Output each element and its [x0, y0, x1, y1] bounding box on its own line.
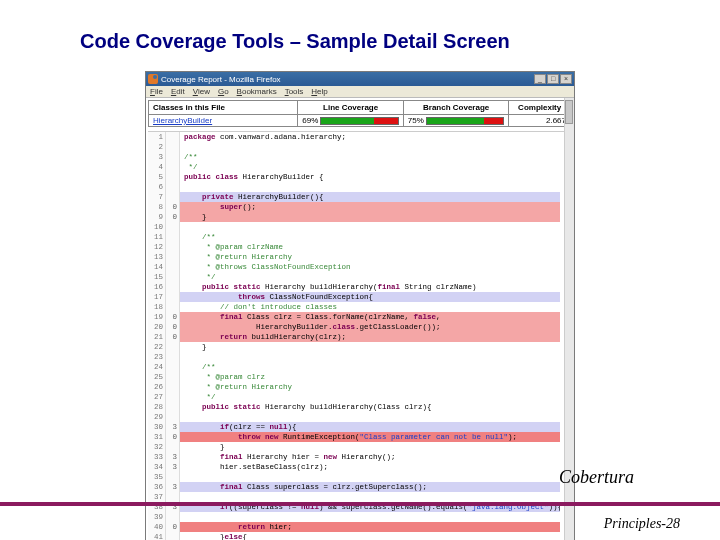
source-text: return hier; — [180, 522, 560, 532]
line-number: 17 — [148, 292, 166, 302]
code-line: 10 — [148, 222, 560, 232]
line-coverage-bar — [320, 117, 398, 125]
line-number: 18 — [148, 302, 166, 312]
code-line: 24 /** — [148, 362, 560, 372]
line-number: 15 — [148, 272, 166, 282]
source-text: * @return Hierarchy — [180, 382, 560, 392]
source-text: /** — [180, 152, 560, 162]
code-line: 37 — [148, 492, 560, 502]
code-line: 90 } — [148, 212, 560, 222]
source-text: final Class superclass = clrz.getSupercl… — [180, 482, 560, 492]
hit-count: 0 — [166, 312, 180, 322]
line-number: 16 — [148, 282, 166, 292]
source-text: final Hierarchy hier = new Hierarchy(); — [180, 452, 560, 462]
code-line: 32 } — [148, 442, 560, 452]
hit-count — [166, 262, 180, 272]
hit-count — [166, 392, 180, 402]
source-text — [180, 142, 560, 152]
hit-count — [166, 372, 180, 382]
code-line: 27 */ — [148, 392, 560, 402]
source-text: return buildHierarchy(clrz); — [180, 332, 560, 342]
line-number: 8 — [148, 202, 166, 212]
close-button[interactable]: × — [560, 74, 572, 84]
code-line: 23 — [148, 352, 560, 362]
minimize-button[interactable]: _ — [534, 74, 546, 84]
source-text: public class HierarchyBuilder { — [180, 172, 560, 182]
source-text: }else{ — [180, 532, 560, 540]
code-line: 22 } — [148, 342, 560, 352]
col-complexity: Complexity — [509, 101, 571, 114]
hit-count — [166, 282, 180, 292]
hit-count: 3 — [166, 452, 180, 462]
code-line: 363 final Class superclass = clrz.getSup… — [148, 482, 560, 492]
line-number: 1 — [148, 132, 166, 142]
menu-bookmarks[interactable]: Bookmarks — [237, 87, 277, 96]
source-text: * @throws ClassNotFoundException — [180, 262, 560, 272]
hit-count — [166, 222, 180, 232]
source-text: */ — [180, 162, 560, 172]
line-number: 6 — [148, 182, 166, 192]
code-line: 210 return buildHierarchy(clrz); — [148, 332, 560, 342]
maximize-button[interactable]: □ — [547, 74, 559, 84]
menu-edit[interactable]: Edit — [171, 87, 185, 96]
window-title: Coverage Report - Mozilla Firefox — [161, 75, 534, 84]
line-number: 41 — [148, 532, 166, 540]
menu-help[interactable]: Help — [311, 87, 327, 96]
code-line: 303 if(clrz == null){ — [148, 422, 560, 432]
window-titlebar[interactable]: Coverage Report - Mozilla Firefox _ □ × — [146, 72, 574, 86]
source-text: hier.setBaseClass(clrz); — [180, 462, 560, 472]
source-text: /** — [180, 362, 560, 372]
hit-count: 0 — [166, 212, 180, 222]
hit-count — [166, 132, 180, 142]
hit-count — [166, 442, 180, 452]
hit-count: 0 — [166, 202, 180, 212]
slide-footer: Principles-28 — [604, 516, 680, 532]
col-branch-coverage: Branch Coverage — [404, 101, 510, 114]
source-text: } — [180, 212, 560, 222]
hit-count — [166, 532, 180, 540]
code-line: 7 private HierarchyBuilder(){ — [148, 192, 560, 202]
hit-count: 0 — [166, 332, 180, 342]
line-number: 23 — [148, 352, 166, 362]
menu-file[interactable]: File — [150, 87, 163, 96]
code-line: 12 * @param clrzName — [148, 242, 560, 252]
code-line: 343 hier.setBaseClass(clrz); — [148, 462, 560, 472]
line-number: 39 — [148, 512, 166, 522]
source-text — [180, 352, 560, 362]
code-line: 41 }else{ — [148, 532, 560, 540]
hit-count — [166, 232, 180, 242]
hit-count — [166, 382, 180, 392]
line-number: 25 — [148, 372, 166, 382]
source-text: /** — [180, 232, 560, 242]
hit-count: 0 — [166, 322, 180, 332]
branch-coverage-pct: 75% — [408, 116, 424, 125]
line-number: 31 — [148, 432, 166, 442]
line-number: 14 — [148, 262, 166, 272]
coverage-table-header: Classes in this File Line Coverage Branc… — [148, 100, 572, 115]
code-line: 200 HierarchyBuilder.class.getClassLoade… — [148, 322, 560, 332]
line-number: 24 — [148, 362, 166, 372]
line-number: 32 — [148, 442, 166, 452]
menu-go[interactable]: Go — [218, 87, 229, 96]
line-number: 37 — [148, 492, 166, 502]
menu-view[interactable]: View — [193, 87, 210, 96]
line-number: 9 — [148, 212, 166, 222]
code-line: 5public class HierarchyBuilder { — [148, 172, 560, 182]
code-line: 26 * @return Hierarchy — [148, 382, 560, 392]
line-number: 22 — [148, 342, 166, 352]
source-text: final Class clrz = Class.forName(clrzNam… — [180, 312, 560, 322]
menu-tools[interactable]: Tools — [285, 87, 304, 96]
coverage-table-row: HierarchyBuilder 69% 75% 2.667 — [148, 115, 572, 127]
line-number: 29 — [148, 412, 166, 422]
class-link[interactable]: HierarchyBuilder — [149, 115, 298, 126]
code-line: 17 throws ClassNotFoundException{ — [148, 292, 560, 302]
line-number: 21 — [148, 332, 166, 342]
hit-count — [166, 512, 180, 522]
source-text — [180, 182, 560, 192]
source-text: // don't introduce classes — [180, 302, 560, 312]
hit-count — [166, 182, 180, 192]
hit-count — [166, 292, 180, 302]
source-text: * @return Hierarchy — [180, 252, 560, 262]
scrollbar-thumb[interactable] — [565, 100, 573, 124]
line-number: 20 — [148, 322, 166, 332]
